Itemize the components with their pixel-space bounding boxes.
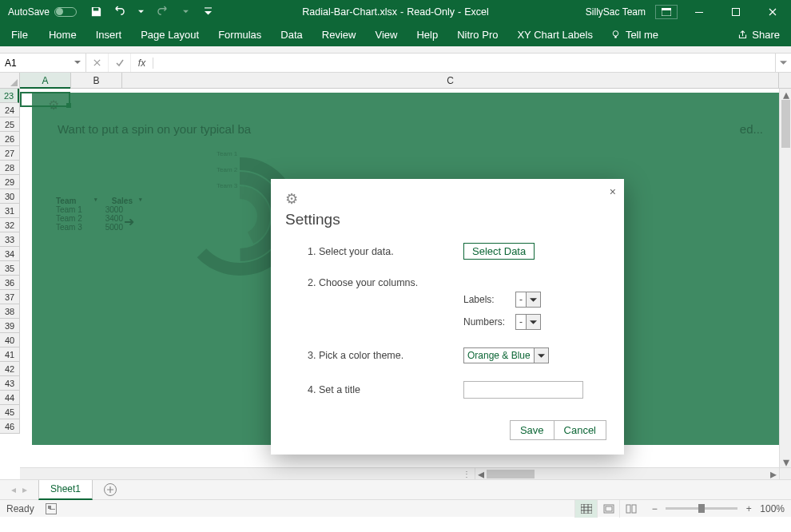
tab-review[interactable]: Review bbox=[312, 23, 366, 46]
zoom-level[interactable]: 100% bbox=[760, 503, 785, 514]
tab-help[interactable]: Help bbox=[407, 23, 447, 46]
tab-nitro-pro[interactable]: Nitro Pro bbox=[447, 23, 507, 46]
cancel-button[interactable]: Cancel bbox=[554, 420, 606, 440]
column-header-b[interactable]: B bbox=[71, 73, 122, 88]
theme-dropdown[interactable]: Orange & Blue bbox=[463, 347, 549, 363]
row-header[interactable]: 46 bbox=[0, 419, 19, 434]
zoom-out-button[interactable]: − bbox=[650, 503, 659, 514]
autosave-toggle[interactable] bbox=[54, 7, 77, 17]
row-header[interactable]: 33 bbox=[0, 232, 19, 247]
maximize-button[interactable] bbox=[717, 0, 754, 23]
new-sheet-button[interactable] bbox=[101, 480, 120, 499]
scroll-down-icon[interactable]: ▾ bbox=[780, 456, 791, 467]
undo-icon[interactable] bbox=[112, 6, 125, 18]
row-header[interactable]: 23 bbox=[0, 89, 19, 103]
redo-dropdown-icon[interactable] bbox=[179, 6, 192, 18]
row-header[interactable]: 25 bbox=[0, 117, 19, 132]
row-header[interactable]: 39 bbox=[0, 319, 19, 333]
formula-input[interactable] bbox=[153, 54, 775, 72]
row-header[interactable]: 43 bbox=[0, 376, 19, 391]
radial-label: Team 3 bbox=[217, 182, 237, 189]
row-header[interactable]: 29 bbox=[0, 175, 19, 189]
row-header[interactable]: 35 bbox=[0, 261, 19, 276]
formula-expand-icon[interactable] bbox=[775, 54, 791, 72]
undo-dropdown-icon[interactable] bbox=[134, 6, 147, 18]
row-header[interactable]: 41 bbox=[0, 347, 19, 362]
tab-view[interactable]: View bbox=[365, 23, 407, 46]
row-header[interactable]: 37 bbox=[0, 290, 19, 304]
ribbon-display-options-icon[interactable] bbox=[655, 5, 678, 19]
row-header[interactable]: 34 bbox=[0, 247, 19, 261]
row-header[interactable]: 32 bbox=[0, 218, 19, 232]
row-header[interactable]: 42 bbox=[0, 362, 19, 376]
sheet-nav-next-icon[interactable]: ▸ bbox=[22, 484, 27, 495]
scroll-up-icon[interactable]: ▴ bbox=[780, 89, 791, 100]
labels-dropdown[interactable]: - bbox=[515, 292, 541, 308]
numbers-dropdown-value: - bbox=[516, 316, 526, 328]
zoom-in-button[interactable]: + bbox=[744, 503, 753, 514]
row-header[interactable]: 36 bbox=[0, 276, 19, 290]
splitter-dots-icon: ⋮ bbox=[463, 470, 471, 478]
share-button[interactable]: Share bbox=[726, 23, 791, 46]
tab-file[interactable]: File bbox=[0, 23, 39, 46]
row-header[interactable]: 38 bbox=[0, 304, 19, 319]
row-header[interactable]: 28 bbox=[0, 161, 19, 175]
scroll-thumb[interactable] bbox=[781, 100, 790, 148]
cancel-formula-icon[interactable] bbox=[86, 54, 109, 72]
row-header[interactable]: 31 bbox=[0, 204, 19, 218]
fx-icon[interactable]: fx bbox=[131, 58, 153, 69]
redo-icon[interactable] bbox=[157, 6, 169, 18]
collapsed-ribbon-strip[interactable] bbox=[0, 46, 791, 54]
zoom-slider[interactable] bbox=[666, 507, 737, 510]
spreadsheet-grid: A B C 2324252627282930313233343536373839… bbox=[0, 73, 791, 479]
zoom-thumb[interactable] bbox=[698, 504, 705, 513]
arrow-right-icon: ➜ bbox=[124, 214, 134, 229]
tab-insert[interactable]: Insert bbox=[86, 23, 132, 46]
tab-page-layout[interactable]: Page Layout bbox=[131, 23, 209, 46]
title-input[interactable] bbox=[463, 381, 583, 399]
tab-data[interactable]: Data bbox=[271, 23, 312, 46]
page-layout-view-icon[interactable] bbox=[597, 500, 619, 518]
row-header[interactable]: 27 bbox=[0, 146, 19, 161]
active-cell-outline[interactable] bbox=[20, 92, 70, 107]
macro-record-icon[interactable] bbox=[46, 503, 57, 514]
column-header-a[interactable]: A bbox=[20, 73, 71, 88]
sheet-tab-sheet1[interactable]: Sheet1 bbox=[38, 480, 93, 500]
qat-customize-icon[interactable] bbox=[201, 6, 214, 18]
numbers-dropdown[interactable]: - bbox=[515, 314, 541, 330]
page-break-view-icon[interactable] bbox=[619, 500, 642, 518]
select-data-button[interactable]: Select Data bbox=[463, 243, 535, 260]
row-header[interactable]: 26 bbox=[0, 132, 19, 146]
row-header[interactable]: 44 bbox=[0, 391, 19, 405]
scroll-left-icon[interactable]: ◂ bbox=[475, 468, 487, 479]
normal-view-icon[interactable] bbox=[574, 500, 597, 518]
tell-me-label: Tell me bbox=[626, 29, 658, 41]
sheet-nav-prev-icon[interactable]: ◂ bbox=[11, 484, 16, 495]
dialog-close-icon[interactable]: × bbox=[610, 185, 616, 198]
row-header[interactable]: 30 bbox=[0, 189, 19, 204]
tab-xy-chart-labels[interactable]: XY Chart Labels bbox=[507, 23, 602, 46]
minimize-button[interactable] bbox=[681, 0, 717, 23]
horizontal-scrollbar[interactable]: ◂ ▸ bbox=[475, 468, 779, 479]
tab-formulas[interactable]: Formulas bbox=[209, 23, 271, 46]
panel-gear-icon[interactable]: ⚙ bbox=[32, 93, 779, 113]
ribbon-tabs: File Home Insert Page Layout Formulas Da… bbox=[0, 23, 791, 46]
tab-home[interactable]: Home bbox=[39, 23, 86, 46]
row-header[interactable]: 40 bbox=[0, 333, 19, 347]
tab-scroll-splitter[interactable]: ⋮ bbox=[20, 468, 475, 479]
labels-label: Labels: bbox=[463, 294, 515, 305]
row-header[interactable]: 45 bbox=[0, 405, 19, 419]
select-all-triangle[interactable] bbox=[0, 73, 20, 89]
save-icon[interactable] bbox=[89, 6, 102, 18]
enter-formula-icon[interactable] bbox=[109, 54, 131, 72]
scroll-right-icon[interactable]: ▸ bbox=[768, 468, 779, 479]
row-header[interactable]: 24 bbox=[0, 103, 19, 117]
mini-cell: Team 1 bbox=[56, 205, 88, 214]
vertical-scrollbar[interactable]: ▴ ▾ bbox=[779, 89, 791, 467]
name-box-dropdown-icon[interactable] bbox=[72, 57, 83, 68]
tell-me-search[interactable]: Tell me bbox=[602, 23, 666, 46]
column-header-c[interactable]: C bbox=[122, 73, 779, 88]
close-button[interactable] bbox=[754, 0, 791, 23]
save-button[interactable]: Save bbox=[510, 420, 554, 440]
scroll-thumb[interactable] bbox=[487, 470, 535, 478]
